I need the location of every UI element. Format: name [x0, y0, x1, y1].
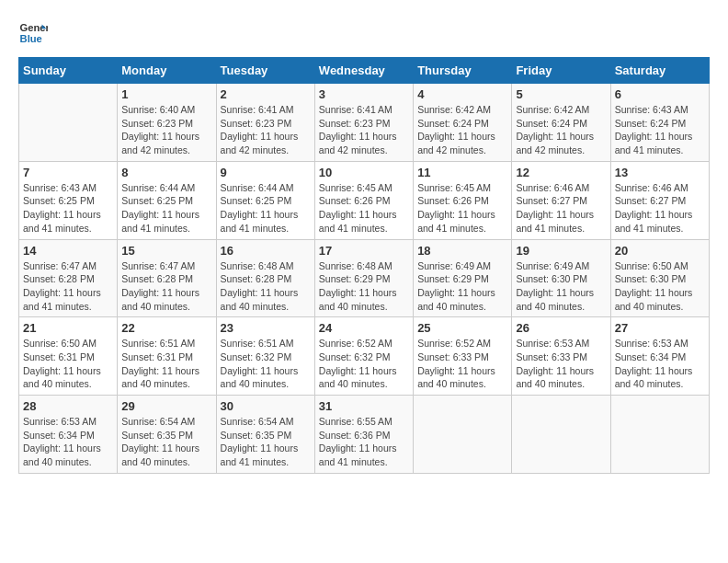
calendar-cell: 25Sunrise: 6:52 AMSunset: 6:33 PMDayligh…: [414, 317, 512, 396]
calendar-cell: 21Sunrise: 6:50 AMSunset: 6:31 PMDayligh…: [19, 317, 118, 396]
day-info: Sunrise: 6:47 AMSunset: 6:28 PMDaylight:…: [23, 259, 113, 314]
calendar-cell: 30Sunrise: 6:54 AMSunset: 6:35 PMDayligh…: [216, 396, 314, 474]
day-number: 13: [615, 166, 705, 179]
week-row-5: 28Sunrise: 6:53 AMSunset: 6:34 PMDayligh…: [19, 396, 710, 474]
day-number: 28: [23, 399, 113, 413]
day-info: Sunrise: 6:51 AMSunset: 6:32 PMDaylight:…: [221, 337, 311, 391]
day-info: Sunrise: 6:53 AMSunset: 6:33 PMDaylight:…: [516, 337, 606, 391]
day-number: 18: [417, 244, 507, 258]
week-row-3: 14Sunrise: 6:47 AMSunset: 6:28 PMDayligh…: [19, 239, 710, 317]
calendar-cell: 20Sunrise: 6:50 AMSunset: 6:30 PMDayligh…: [610, 239, 709, 317]
calendar-cell: 31Sunrise: 6:55 AMSunset: 6:36 PMDayligh…: [314, 396, 413, 474]
calendar-cell: 12Sunrise: 6:46 AMSunset: 6:27 PMDayligh…: [512, 161, 610, 239]
calendar-cell: 10Sunrise: 6:45 AMSunset: 6:26 PMDayligh…: [314, 161, 413, 239]
week-row-4: 21Sunrise: 6:50 AMSunset: 6:31 PMDayligh…: [19, 317, 710, 396]
day-info: Sunrise: 6:55 AMSunset: 6:36 PMDaylight:…: [319, 415, 409, 469]
calendar-cell: 11Sunrise: 6:45 AMSunset: 6:26 PMDayligh…: [414, 161, 512, 239]
calendar-cell: 4Sunrise: 6:42 AMSunset: 6:24 PMDaylight…: [414, 84, 512, 162]
day-number: 4: [417, 87, 507, 101]
day-info: Sunrise: 6:53 AMSunset: 6:34 PMDaylight:…: [23, 415, 113, 469]
day-info: Sunrise: 6:45 AMSunset: 6:26 PMDaylight:…: [417, 181, 507, 236]
day-number: 25: [417, 321, 507, 335]
col-header-sunday: Sunday: [19, 58, 118, 84]
day-info: Sunrise: 6:49 AMSunset: 6:29 PMDaylight:…: [417, 259, 507, 314]
day-info: Sunrise: 6:48 AMSunset: 6:28 PMDaylight:…: [221, 259, 311, 314]
calendar-cell: 18Sunrise: 6:49 AMSunset: 6:29 PMDayligh…: [414, 239, 512, 317]
day-info: Sunrise: 6:42 AMSunset: 6:24 PMDaylight:…: [516, 103, 606, 157]
logo: General Blue: [18, 18, 51, 48]
day-number: 26: [516, 321, 606, 335]
calendar-cell: [512, 396, 610, 474]
day-info: Sunrise: 6:47 AMSunset: 6:28 PMDaylight:…: [121, 259, 211, 314]
calendar-cell: 6Sunrise: 6:43 AMSunset: 6:24 PMDaylight…: [610, 84, 709, 162]
calendar-table: SundayMondayTuesdayWednesdayThursdayFrid…: [18, 57, 710, 474]
day-number: 9: [221, 166, 311, 179]
day-number: 1: [121, 87, 211, 101]
calendar-cell: 29Sunrise: 6:54 AMSunset: 6:35 PMDayligh…: [118, 396, 216, 474]
calendar-cell: 17Sunrise: 6:48 AMSunset: 6:29 PMDayligh…: [314, 239, 413, 317]
day-number: 11: [417, 166, 507, 179]
day-info: Sunrise: 6:44 AMSunset: 6:25 PMDaylight:…: [121, 181, 211, 236]
day-number: 14: [23, 244, 113, 258]
calendar-cell: 9Sunrise: 6:44 AMSunset: 6:25 PMDaylight…: [216, 161, 314, 239]
day-info: Sunrise: 6:48 AMSunset: 6:29 PMDaylight:…: [319, 259, 409, 314]
calendar-cell: 1Sunrise: 6:40 AMSunset: 6:23 PMDaylight…: [118, 84, 216, 162]
day-number: 22: [121, 321, 211, 335]
calendar-cell: 5Sunrise: 6:42 AMSunset: 6:24 PMDaylight…: [512, 84, 610, 162]
calendar-cell: 22Sunrise: 6:51 AMSunset: 6:31 PMDayligh…: [118, 317, 216, 396]
calendar-cell: 23Sunrise: 6:51 AMSunset: 6:32 PMDayligh…: [216, 317, 314, 396]
day-info: Sunrise: 6:52 AMSunset: 6:33 PMDaylight:…: [417, 337, 507, 391]
day-number: 30: [221, 399, 311, 413]
day-info: Sunrise: 6:43 AMSunset: 6:25 PMDaylight:…: [23, 181, 113, 236]
day-number: 15: [121, 244, 211, 258]
day-number: 19: [516, 244, 606, 258]
col-header-thursday: Thursday: [414, 58, 512, 84]
calendar-cell: 27Sunrise: 6:53 AMSunset: 6:34 PMDayligh…: [610, 317, 709, 396]
day-number: 20: [615, 244, 705, 258]
col-header-friday: Friday: [512, 58, 610, 84]
calendar-cell: 24Sunrise: 6:52 AMSunset: 6:32 PMDayligh…: [314, 317, 413, 396]
day-info: Sunrise: 6:51 AMSunset: 6:31 PMDaylight:…: [121, 337, 211, 391]
day-number: 6: [615, 87, 705, 101]
calendar-cell: 14Sunrise: 6:47 AMSunset: 6:28 PMDayligh…: [19, 239, 118, 317]
day-info: Sunrise: 6:41 AMSunset: 6:23 PMDaylight:…: [221, 103, 311, 157]
day-info: Sunrise: 6:46 AMSunset: 6:27 PMDaylight:…: [516, 181, 606, 236]
col-header-tuesday: Tuesday: [216, 58, 314, 84]
day-number: 2: [221, 87, 311, 101]
calendar-body: 1Sunrise: 6:40 AMSunset: 6:23 PMDaylight…: [19, 84, 710, 474]
day-number: 21: [23, 321, 113, 335]
day-number: 12: [516, 166, 606, 179]
day-number: 7: [23, 166, 113, 179]
calendar-cell: 19Sunrise: 6:49 AMSunset: 6:30 PMDayligh…: [512, 239, 610, 317]
calendar-cell: 26Sunrise: 6:53 AMSunset: 6:33 PMDayligh…: [512, 317, 610, 396]
col-header-saturday: Saturday: [610, 58, 709, 84]
day-info: Sunrise: 6:45 AMSunset: 6:26 PMDaylight:…: [319, 181, 409, 236]
day-info: Sunrise: 6:50 AMSunset: 6:31 PMDaylight:…: [23, 337, 113, 391]
day-info: Sunrise: 6:42 AMSunset: 6:24 PMDaylight:…: [417, 103, 507, 157]
day-number: 27: [615, 321, 705, 335]
page-header: General Blue: [18, 18, 710, 48]
day-number: 17: [319, 244, 409, 258]
day-number: 23: [221, 321, 311, 335]
day-info: Sunrise: 6:53 AMSunset: 6:34 PMDaylight:…: [615, 337, 705, 391]
day-info: Sunrise: 6:46 AMSunset: 6:27 PMDaylight:…: [615, 181, 705, 236]
day-info: Sunrise: 6:52 AMSunset: 6:32 PMDaylight:…: [319, 337, 409, 391]
day-info: Sunrise: 6:49 AMSunset: 6:30 PMDaylight:…: [516, 259, 606, 314]
day-number: 29: [121, 399, 211, 413]
day-info: Sunrise: 6:54 AMSunset: 6:35 PMDaylight:…: [221, 415, 311, 469]
calendar-cell: 28Sunrise: 6:53 AMSunset: 6:34 PMDayligh…: [19, 396, 118, 474]
day-number: 10: [319, 166, 409, 179]
week-row-2: 7Sunrise: 6:43 AMSunset: 6:25 PMDaylight…: [19, 161, 710, 239]
col-header-monday: Monday: [118, 58, 216, 84]
calendar-header: SundayMondayTuesdayWednesdayThursdayFrid…: [19, 58, 710, 84]
calendar-cell: 13Sunrise: 6:46 AMSunset: 6:27 PMDayligh…: [610, 161, 709, 239]
day-number: 16: [221, 244, 311, 258]
calendar-cell: 7Sunrise: 6:43 AMSunset: 6:25 PMDaylight…: [19, 161, 118, 239]
col-header-wednesday: Wednesday: [314, 58, 413, 84]
logo-icon: General Blue: [18, 18, 48, 48]
calendar-cell: 3Sunrise: 6:41 AMSunset: 6:23 PMDaylight…: [314, 84, 413, 162]
day-number: 31: [319, 399, 409, 413]
day-number: 8: [121, 166, 211, 179]
day-number: 24: [319, 321, 409, 335]
calendar-cell: [414, 396, 512, 474]
